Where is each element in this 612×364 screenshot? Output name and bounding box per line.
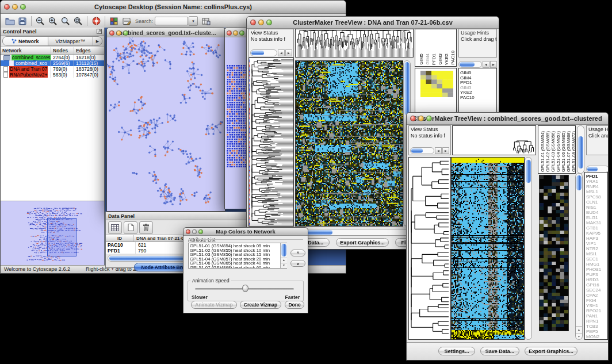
id-column-header[interactable]: ID (106, 235, 134, 242)
gene-label[interactable]: PAN1 (585, 313, 607, 319)
treeview2-titlebar[interactable]: ClusterMaker TreeView : combined_scores_… (407, 113, 608, 125)
zoom-out-button[interactable] (34, 15, 47, 27)
column-label[interactable]: PFD1 (431, 53, 438, 65)
heatmap-hscrollbar[interactable] (295, 229, 411, 236)
gene-label[interactable]: HMG1 (585, 262, 607, 267)
zoom-heatmap-canvas[interactable] (540, 175, 568, 331)
scrollbar-thumb[interactable] (411, 148, 423, 153)
move-down-button[interactable]: v (290, 260, 305, 267)
column-label[interactable]: GPL51-02 (GSM855) (545, 131, 550, 172)
export-graphics-button[interactable]: Export Graphics... (336, 238, 389, 247)
usage-hints-hscrollbar[interactable] (586, 166, 609, 172)
gene-label[interactable]: PFD1 (585, 174, 607, 179)
heatmap-canvas[interactable] (452, 158, 524, 339)
scrollbar-thumb[interactable] (251, 51, 264, 55)
scroll-down-button[interactable]: ▼ (281, 263, 287, 268)
column-label[interactable]: GPL51-01 (GSM854) (540, 131, 545, 172)
close-button[interactable] (109, 30, 114, 36)
close-button[interactable] (250, 20, 256, 25)
tab-overflow-button[interactable]: ▶ (93, 37, 102, 45)
gene-label[interactable]: GPI16 (585, 282, 607, 288)
close-button[interactable] (4, 4, 10, 10)
gene-label[interactable]: TCB3 (585, 324, 607, 329)
scroll-down-button[interactable]: ▼ (576, 333, 582, 339)
close-button[interactable] (186, 229, 190, 234)
float-panel-icon[interactable] (97, 29, 102, 34)
treeview1-titlebar[interactable]: ClusterMaker TreeView : DNA and Tran 07-… (247, 17, 499, 29)
attribute-browser-button[interactable] (200, 15, 212, 27)
column-label[interactable]: GPL51-03 (GSM856) (550, 131, 556, 172)
close-button[interactable] (227, 30, 232, 36)
scrollbar-thumb[interactable] (526, 160, 531, 183)
column-dendrogram-canvas[interactable] (296, 29, 413, 57)
gene-label[interactable]: MON2 (585, 334, 607, 339)
column-label[interactable]: GPL51-08 (GSM872) (571, 131, 576, 172)
dialog-titlebar[interactable]: Map Colors to Network (183, 228, 308, 236)
column-dendrogram-canvas[interactable] (453, 126, 536, 155)
animate-vizmap-button[interactable]: Animate Vizmap (191, 301, 237, 309)
gene-label[interactable]: VIP1 (585, 241, 607, 246)
heatmap-vscrollbar[interactable] (525, 157, 532, 340)
grid-network-canvas[interactable] (227, 65, 246, 167)
network-list-row[interactable]: RNAPuberNov2+563(0)107847(0) (1, 72, 104, 78)
save-data-button[interactable]: Save Data... (480, 347, 519, 355)
delete-attribute-button[interactable] (139, 221, 153, 234)
column-label[interactable]: GIM3 (438, 53, 444, 65)
scroll-up-button[interactable]: ▲ (281, 258, 287, 263)
open-button[interactable] (3, 15, 16, 27)
scrollbar-thumb[interactable] (576, 175, 582, 190)
column-header-network[interactable]: Network (1, 47, 51, 54)
heatmap-canvas[interactable] (296, 61, 403, 226)
column-dendrogram-panel[interactable] (452, 125, 536, 155)
heatmap-panel[interactable] (451, 157, 525, 340)
vizmap-button[interactable] (108, 15, 120, 27)
speed-slider-thumb[interactable] (242, 285, 248, 292)
scrollbar-thumb[interactable] (281, 244, 286, 256)
scroll-right-button[interactable]: ▶ (490, 61, 497, 68)
column-label[interactable]: GPL51-04 (GSM857) (556, 131, 561, 172)
scroll-left-button[interactable]: ◀ (483, 61, 489, 68)
gene-label[interactable]: HRD3 (585, 277, 607, 282)
column-dendrogram-panel[interactable] (295, 29, 414, 58)
minimize-button[interactable] (116, 30, 121, 36)
zoom-button[interactable] (20, 4, 26, 10)
view-status-hscrollbar[interactable]: ◀ ▶ (410, 147, 449, 154)
create-vizmap-button[interactable]: Create Vizmap (240, 301, 281, 309)
row-dendrogram-canvas[interactable] (409, 158, 450, 339)
minimize-button[interactable] (192, 229, 197, 234)
gene-label[interactable]: FIG4 (585, 298, 607, 303)
gene-label[interactable]: RPO21 (585, 308, 607, 313)
tab-network[interactable]: Network (3, 37, 48, 45)
network-graph-canvas[interactable] (107, 37, 224, 210)
view-status-hscrollbar[interactable]: ◀ ▶ (250, 49, 292, 56)
gene-label[interactable]: RNR4 (585, 184, 607, 189)
gene-label[interactable]: BUD4 (585, 210, 607, 215)
column-label[interactable]: GIM4 (425, 53, 431, 65)
done-button[interactable]: Done (285, 301, 304, 309)
grid-network-canvas-area[interactable] (225, 37, 247, 209)
birdseye-canvas[interactable] (2, 203, 101, 264)
heatmap-panel[interactable] (295, 60, 403, 227)
network-canvas-area[interactable] (107, 37, 225, 211)
row-dendrogram-panel[interactable] (408, 157, 451, 340)
gene-label[interactable]: CPA2 (585, 293, 607, 298)
tab-vizmapper[interactable]: VizMapper™ (48, 37, 94, 45)
select-attributes-button[interactable] (108, 221, 122, 234)
row-label[interactable]: PAC10 (459, 95, 496, 101)
attribute-list[interactable]: GPL51-01 (GSM854) heat shock 05 minGPL51… (188, 243, 287, 269)
main-titlebar[interactable]: Cytoscape Desktop (Session Name: collins… (1, 1, 346, 14)
gene-label[interactable]: NIS1 (585, 205, 607, 210)
column-label[interactable]: GPL51-06 (GSM865) (561, 131, 566, 172)
move-up-button[interactable]: ^ (290, 250, 305, 256)
column-header-edges[interactable]: Edges (74, 47, 104, 54)
gene-label[interactable]: KAP95 (585, 231, 607, 236)
gene-label[interactable]: NTR2 (585, 246, 607, 251)
search-dropdown-button[interactable]: ▼ (189, 16, 198, 26)
scroll-left-button[interactable]: ◀ (278, 49, 285, 56)
scrollbar-thumb[interactable] (460, 62, 475, 67)
gene-label[interactable]: YRA1 (585, 179, 607, 184)
grid-network-titlebar[interactable] (225, 28, 247, 38)
help-button[interactable] (90, 15, 102, 27)
save-button[interactable] (16, 15, 29, 27)
export-graphics-button[interactable]: Export Graphics... (525, 347, 577, 355)
